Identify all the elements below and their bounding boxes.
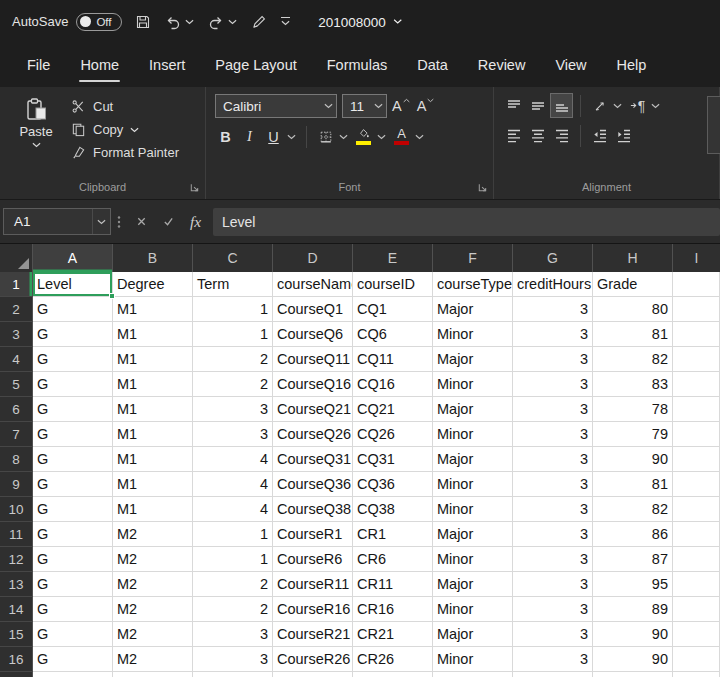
- cell-D14[interactable]: CourseR16: [273, 597, 353, 622]
- cell-F11[interactable]: Major: [433, 522, 513, 547]
- text-direction-dropdown-icon[interactable]: [651, 94, 660, 117]
- cell-B4[interactable]: M1: [113, 347, 193, 372]
- formula-bar-handle[interactable]: [111, 215, 127, 229]
- cell-I8[interactable]: [673, 447, 720, 472]
- italic-button[interactable]: I: [239, 125, 260, 148]
- cell-H8[interactable]: 90: [593, 447, 673, 472]
- cell-H12[interactable]: 87: [593, 547, 673, 572]
- fill-handle[interactable]: [109, 293, 115, 299]
- cell-I1[interactable]: [673, 272, 720, 297]
- align-middle-button[interactable]: [527, 94, 548, 117]
- cell-C10[interactable]: 4: [193, 497, 273, 522]
- cell-C1[interactable]: Term: [193, 272, 273, 297]
- cut-button[interactable]: Cut: [71, 99, 179, 114]
- cell-G5[interactable]: 3: [513, 372, 593, 397]
- cell-B2[interactable]: M1: [113, 297, 193, 322]
- row-header-14[interactable]: 14: [0, 597, 33, 622]
- cell-I15[interactable]: [673, 622, 720, 647]
- cell-F2[interactable]: Major: [433, 297, 513, 322]
- cell-C6[interactable]: 3: [193, 397, 273, 422]
- cell-H5[interactable]: 83: [593, 372, 673, 397]
- font-dialog-launcher-icon[interactable]: [477, 182, 488, 193]
- cell-E9[interactable]: CQ36: [353, 472, 433, 497]
- cancel-button[interactable]: [129, 209, 154, 235]
- tab-formulas[interactable]: Formulas: [312, 43, 402, 87]
- cell-A7[interactable]: G: [33, 422, 113, 447]
- cell-G17[interactable]: [513, 672, 593, 677]
- cell-A5[interactable]: G: [33, 372, 113, 397]
- cell-F13[interactable]: Major: [433, 572, 513, 597]
- cell-D15[interactable]: CourseR21: [273, 622, 353, 647]
- cell-H14[interactable]: 89: [593, 597, 673, 622]
- cell-H9[interactable]: 81: [593, 472, 673, 497]
- cell-C5[interactable]: 2: [193, 372, 273, 397]
- cell-H3[interactable]: 81: [593, 322, 673, 347]
- orientation-dropdown-icon[interactable]: [613, 94, 622, 117]
- font-color-button[interactable]: A: [391, 125, 412, 148]
- cell-H1[interactable]: Grade: [593, 272, 673, 297]
- shrink-font-button[interactable]: A: [415, 95, 437, 118]
- row-header-9[interactable]: 9: [0, 472, 33, 497]
- cell-I3[interactable]: [673, 322, 720, 347]
- column-header-H[interactable]: H: [593, 244, 673, 272]
- cell-F7[interactable]: Minor: [433, 422, 513, 447]
- cell-E3[interactable]: CQ6: [353, 322, 433, 347]
- bold-button[interactable]: B: [215, 125, 236, 148]
- cell-F16[interactable]: Minor: [433, 647, 513, 672]
- cell-C15[interactable]: 3: [193, 622, 273, 647]
- cell-D5[interactable]: CourseQ16: [273, 372, 353, 397]
- cell-D1[interactable]: courseName: [273, 272, 353, 297]
- enter-button[interactable]: [156, 209, 181, 235]
- row-header-8[interactable]: 8: [0, 447, 33, 472]
- column-header-E[interactable]: E: [353, 244, 433, 272]
- tab-page-layout[interactable]: Page Layout: [200, 43, 311, 87]
- cell-I17[interactable]: [673, 672, 720, 677]
- cell-C3[interactable]: 1: [193, 322, 273, 347]
- cell-E8[interactable]: CQ31: [353, 447, 433, 472]
- cell-E14[interactable]: CR16: [353, 597, 433, 622]
- cell-A8[interactable]: G: [33, 447, 113, 472]
- font-color-dropdown-icon[interactable]: [415, 125, 424, 148]
- tab-data[interactable]: Data: [402, 43, 463, 87]
- cell-F6[interactable]: Major: [433, 397, 513, 422]
- cell-I11[interactable]: [673, 522, 720, 547]
- cell-C2[interactable]: 1: [193, 297, 273, 322]
- autosave-toggle[interactable]: Off: [76, 13, 121, 31]
- cell-I5[interactable]: [673, 372, 720, 397]
- cell-I14[interactable]: [673, 597, 720, 622]
- text-direction-button[interactable]: ¶: [627, 94, 648, 117]
- column-header-G[interactable]: G: [513, 244, 593, 272]
- cell-A6[interactable]: G: [33, 397, 113, 422]
- cell-C16[interactable]: 3: [193, 647, 273, 672]
- cell-E13[interactable]: CR11: [353, 572, 433, 597]
- row-header-4[interactable]: 4: [0, 347, 33, 372]
- cell-A17[interactable]: [33, 672, 113, 677]
- cell-E11[interactable]: CR1: [353, 522, 433, 547]
- cell-H15[interactable]: 90: [593, 622, 673, 647]
- cell-D4[interactable]: CourseQ11: [273, 347, 353, 372]
- cell-B12[interactable]: M2: [113, 547, 193, 572]
- clipboard-dialog-launcher-icon[interactable]: [189, 182, 200, 193]
- align-top-button[interactable]: [503, 94, 524, 117]
- align-right-button[interactable]: [551, 124, 572, 147]
- cell-E15[interactable]: CR21: [353, 622, 433, 647]
- name-box[interactable]: A1: [3, 208, 111, 235]
- row-header-1[interactable]: 1: [0, 272, 33, 297]
- row-header-16[interactable]: 16: [0, 647, 33, 672]
- cell-B16[interactable]: M2: [113, 647, 193, 672]
- cell-A12[interactable]: G: [33, 547, 113, 572]
- insert-function-button[interactable]: fx: [183, 209, 208, 235]
- cell-D7[interactable]: CourseQ26: [273, 422, 353, 447]
- cell-H6[interactable]: 78: [593, 397, 673, 422]
- cell-E1[interactable]: courseID: [353, 272, 433, 297]
- cell-A15[interactable]: G: [33, 622, 113, 647]
- align-bottom-button[interactable]: [551, 94, 572, 117]
- cell-A14[interactable]: G: [33, 597, 113, 622]
- row-header-3[interactable]: 3: [0, 322, 33, 347]
- cell-F17[interactable]: [433, 672, 513, 677]
- cell-H11[interactable]: 86: [593, 522, 673, 547]
- cell-H16[interactable]: 90: [593, 647, 673, 672]
- cell-I2[interactable]: [673, 297, 720, 322]
- cell-D12[interactable]: CourseR6: [273, 547, 353, 572]
- document-title-button[interactable]: 201008000: [318, 14, 402, 29]
